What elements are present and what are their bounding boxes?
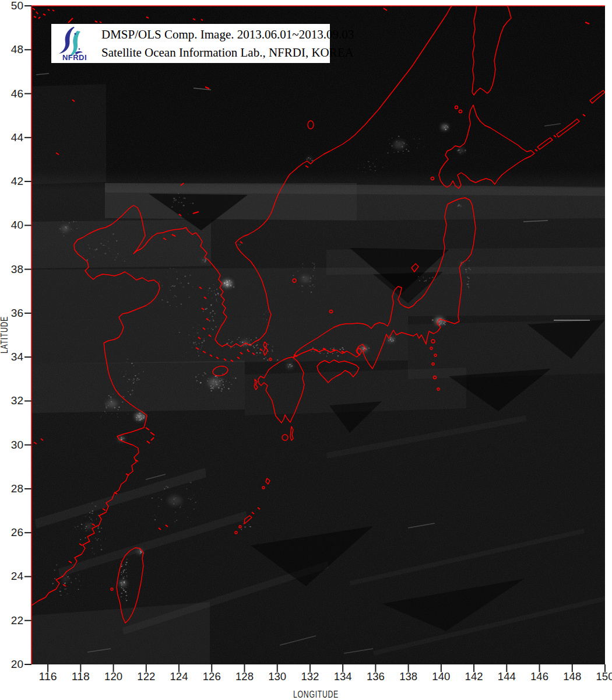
map-content bbox=[31, 6, 606, 664]
svg-text:148: 148 bbox=[563, 670, 581, 682]
svg-text:36: 36 bbox=[11, 307, 23, 319]
latitude-axis-title: LATITUDE bbox=[0, 316, 9, 354]
svg-text:144: 144 bbox=[498, 670, 516, 682]
svg-text:140: 140 bbox=[432, 670, 450, 682]
longitude-axis-title: LONGITUDE bbox=[293, 689, 339, 699]
nfrdi-logo-icon: NFRDI bbox=[56, 25, 93, 62]
svg-text:34: 34 bbox=[11, 351, 24, 363]
svg-text:136: 136 bbox=[367, 670, 385, 682]
svg-text:28: 28 bbox=[11, 482, 23, 495]
svg-text:24: 24 bbox=[11, 570, 24, 582]
svg-text:44: 44 bbox=[11, 131, 24, 144]
svg-text:122: 122 bbox=[137, 670, 155, 682]
svg-text:30: 30 bbox=[11, 439, 23, 451]
svg-text:134: 134 bbox=[334, 670, 352, 682]
latitude-axis: 50484644424038363432302826242220 bbox=[11, 0, 31, 670]
svg-text:20: 20 bbox=[11, 658, 23, 670]
svg-text:150: 150 bbox=[596, 670, 612, 682]
svg-text:48: 48 bbox=[11, 43, 23, 55]
svg-text:50: 50 bbox=[11, 0, 23, 12]
svg-text:26: 26 bbox=[11, 526, 23, 538]
longitude-axis: 1161181201221241261281301321341361381401… bbox=[39, 664, 612, 682]
satellite-map: 5048464442403836343230282624222011611812… bbox=[0, 0, 612, 700]
logo-text: NFRDI bbox=[57, 53, 92, 62]
svg-text:46: 46 bbox=[11, 88, 23, 100]
svg-text:146: 146 bbox=[530, 670, 548, 682]
svg-text:126: 126 bbox=[203, 670, 221, 682]
svg-text:142: 142 bbox=[465, 670, 483, 682]
svg-text:40: 40 bbox=[11, 219, 23, 231]
info-box: NFRDI DMSP/OLS Comp. Image. 2013.06.01~2… bbox=[51, 24, 330, 63]
svg-text:116: 116 bbox=[39, 670, 57, 682]
svg-text:42: 42 bbox=[11, 175, 23, 187]
svg-text:120: 120 bbox=[104, 670, 122, 682]
title-line-1: DMSP/OLS Comp. Image. 2013.06.01~2013.09… bbox=[101, 26, 354, 44]
svg-text:132: 132 bbox=[301, 670, 319, 682]
svg-text:128: 128 bbox=[235, 670, 254, 682]
svg-text:118: 118 bbox=[72, 670, 90, 682]
title-line-2: Satellite Ocean Information Lab., NFRDI,… bbox=[101, 44, 354, 62]
svg-text:130: 130 bbox=[268, 670, 286, 682]
svg-text:22: 22 bbox=[11, 614, 23, 626]
svg-text:32: 32 bbox=[11, 394, 23, 407]
svg-text:38: 38 bbox=[11, 263, 23, 275]
svg-text:124: 124 bbox=[170, 670, 188, 682]
svg-text:138: 138 bbox=[399, 670, 417, 682]
page: 5048464442403836343230282624222011611812… bbox=[0, 0, 612, 700]
